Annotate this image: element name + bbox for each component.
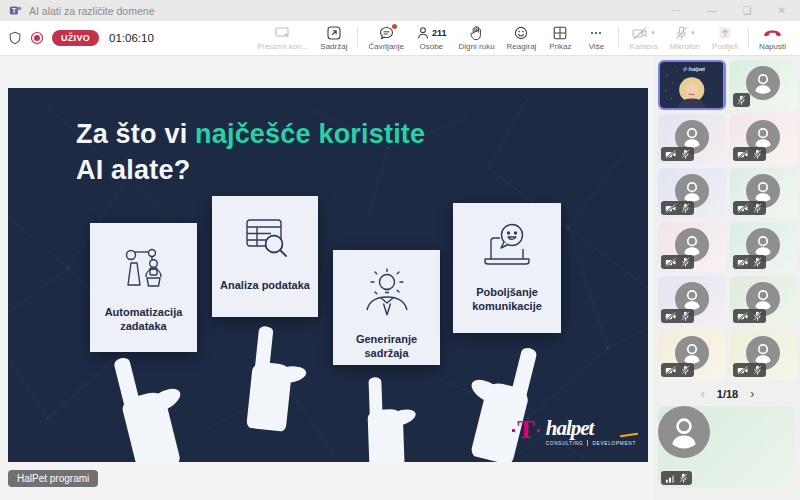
mic-off-icon <box>753 311 762 321</box>
toolbar-button-osobe[interactable]: 211Osobe <box>410 21 453 55</box>
meeting-timer: 01:06:10 <box>109 32 154 44</box>
participant-tile[interactable] <box>730 60 798 110</box>
participant-status-badge <box>733 309 766 323</box>
participant-status-badge <box>661 147 694 161</box>
cam-off-icon <box>737 258 749 267</box>
slide-title: Za što vi najčešće koristite AI alate? <box>76 116 425 188</box>
avatar <box>658 406 795 462</box>
toolbar-button-reagiraj[interactable]: Reagiraj <box>501 21 543 55</box>
self-video-tile[interactable] <box>658 406 795 488</box>
presenter-name-badge: HalPet programi <box>8 470 98 487</box>
participant-tile[interactable] <box>658 276 726 326</box>
cam-off-icon <box>665 204 677 213</box>
toolbar-button-label: Sadržaj <box>320 42 347 51</box>
raise-hand-icon <box>470 26 483 41</box>
pagination-label: 1/18 <box>717 388 738 400</box>
toolbar-separator <box>357 28 358 48</box>
mic-off-icon <box>753 149 762 159</box>
participant-status-badge <box>733 363 766 377</box>
participant-tile[interactable] <box>730 114 798 164</box>
slide-card-laptop-chat: Poboljšanje komunikacije <box>453 203 561 333</box>
participant-status-badge <box>733 147 766 161</box>
cam-off-icon <box>737 204 749 213</box>
screen-share-icon <box>275 26 291 41</box>
participant-tile[interactable] <box>730 276 798 326</box>
pointing-hand-illustration <box>231 321 314 434</box>
participant-tile[interactable] <box>658 222 726 272</box>
toolbar-button-label: Preuzmi kon... <box>257 42 308 51</box>
more-dots-icon <box>589 26 603 41</box>
people-icon: 211 <box>416 26 447 41</box>
cam-off-icon <box>665 366 677 375</box>
mic-off-icon: ▾ <box>675 26 695 41</box>
table-magnifier-icon <box>239 214 291 268</box>
participants-sidebar: ⊹ halpet ‹ 1/18 › <box>653 56 800 500</box>
robot-arm-icon <box>118 241 170 295</box>
toolbar-button-mikrofon[interactable]: ▾Mikrofon <box>663 21 706 55</box>
presentation-slide: Za što vi najčešće koristite AI alate? A… <box>8 88 648 462</box>
slide-title-highlight: najčešće koristite <box>195 119 425 149</box>
slide-card-idea-person: Generiranje sadržaja <box>333 250 440 365</box>
toolbar-button-kamera[interactable]: ▾Kamera <box>623 21 663 55</box>
shield-icon <box>8 31 22 45</box>
toolbar-button-cavrljanje[interactable]: Čavrljanje <box>362 21 410 55</box>
pagination-next-button[interactable]: › <box>750 388 754 400</box>
avatar <box>746 66 780 104</box>
participant-tile[interactable] <box>658 168 726 218</box>
brand-swash-decoration <box>620 433 638 437</box>
toolbar-button-label: Osobe <box>420 42 444 51</box>
pagination-prev-button[interactable]: ‹ <box>701 388 705 400</box>
slide-card-table-magnifier: Analiza podataka <box>212 196 318 317</box>
hang-up-icon <box>763 26 782 41</box>
toolbar-button-preuzmi-kontrolu[interactable]: Preuzmi kon... <box>251 21 314 55</box>
presentation-stage: Za što vi najčešće koristite AI alate? A… <box>0 56 653 500</box>
signal-icon <box>665 474 675 483</box>
mic-off-icon <box>681 149 690 159</box>
laptop-chat-icon <box>479 221 535 275</box>
toolbar-button-prikaz[interactable]: Prikaz <box>542 21 578 55</box>
self-status-badge <box>661 471 692 485</box>
toolbar-button-sadrzaj[interactable]: Sadržaj <box>314 21 353 55</box>
window-maximize-button[interactable]: ❑ <box>743 0 752 21</box>
speaker-video-tile[interactable]: ⊹ halpet <box>658 60 726 110</box>
participant-status-badge <box>733 93 750 107</box>
chevron-down-icon[interactable]: ▾ <box>691 29 695 37</box>
window-close-button[interactable]: ✕ <box>778 0 786 21</box>
toolbar-button-label: Napusti <box>759 42 786 51</box>
participant-tile[interactable] <box>658 114 726 164</box>
halpet-logo: T halpet CONSULTING DEVELOPMENT <box>512 418 636 446</box>
slide-card-label: Analiza podataka <box>212 278 318 292</box>
toolbar-button-label: Prikaz <box>549 42 571 51</box>
idea-person-icon <box>359 268 415 322</box>
participant-status-badge <box>733 201 766 215</box>
participant-tile[interactable] <box>730 222 798 272</box>
cam-off-icon <box>737 150 749 159</box>
content-popout-icon <box>327 26 341 41</box>
live-badge: UŽIVO <box>52 30 99 46</box>
cam-off-icon <box>665 258 677 267</box>
cam-off-icon <box>665 150 677 159</box>
participant-tile[interactable] <box>658 330 726 380</box>
toolbar-button-podijeli[interactable]: Podijeli <box>706 21 744 55</box>
react-smiley-icon <box>514 26 528 41</box>
cam-off-icon <box>665 312 677 321</box>
mic-off-icon <box>681 203 690 213</box>
participant-tile[interactable] <box>730 330 798 380</box>
chat-icon <box>379 26 394 41</box>
meeting-toolbar: UŽIVO 01:06:10 Preuzmi kon...SadržajČavr… <box>0 21 800 56</box>
slide-card-label: Automatizacija zadataka <box>90 305 197 333</box>
window-minimize-button[interactable]: — <box>707 0 717 21</box>
toolbar-button-label: Podijeli <box>712 42 738 51</box>
toolbar-button-digni-ruku[interactable]: Digni ruku <box>453 21 501 55</box>
participant-status-badge <box>661 309 694 323</box>
toolbar-button-label: Više <box>589 42 604 51</box>
brand-name: halpet <box>546 418 636 438</box>
toolbar-button-label: Digni ruku <box>459 42 495 51</box>
mic-off-icon <box>681 365 690 375</box>
participant-tile[interactable] <box>730 168 798 218</box>
toolbar-button-vise[interactable]: Više <box>578 21 614 55</box>
toolbar-separator <box>618 28 619 48</box>
chevron-down-icon[interactable]: ▾ <box>651 29 655 37</box>
window-more-button[interactable]: ⋯ <box>671 0 681 21</box>
toolbar-button-napusti[interactable]: Napusti <box>753 21 792 55</box>
